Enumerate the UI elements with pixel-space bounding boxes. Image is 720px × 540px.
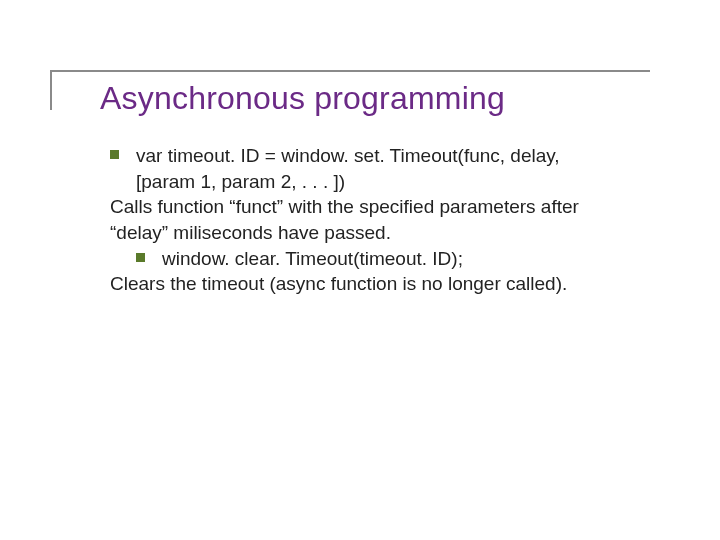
description-text: Calls function “funct” with the specifie… (110, 196, 579, 217)
bullet-text: window. clear. Timeout(timeout. ID); (162, 248, 463, 269)
title-area: Asynchronous programming (100, 80, 720, 117)
slide-body: var timeout. ID = window. set. Timeout(f… (110, 143, 650, 297)
description-1: Calls function “funct” with the specifie… (110, 194, 650, 220)
square-bullet-icon (110, 150, 119, 159)
bullet-text: [param 1, param 2, . . . ]) (136, 171, 345, 192)
description-2: Clears the timeout (async function is no… (110, 271, 650, 297)
slide: Asynchronous programming var timeout. ID… (0, 0, 720, 540)
title-rule (50, 70, 650, 72)
bullet-text: var timeout. ID = window. set. Timeout(f… (136, 145, 560, 166)
description-1-cont: “delay” miliseconds have passed. (110, 220, 650, 246)
slide-title: Asynchronous programming (100, 80, 720, 117)
bullet-item-1-cont: [param 1, param 2, . . . ]) (110, 169, 650, 195)
bullet-item-1: var timeout. ID = window. set. Timeout(f… (110, 143, 650, 169)
description-text: “delay” miliseconds have passed. (110, 222, 391, 243)
description-text: Clears the timeout (async function is no… (110, 273, 567, 294)
title-tick (50, 70, 52, 110)
bullet-item-2: window. clear. Timeout(timeout. ID); (110, 246, 650, 272)
square-bullet-icon (136, 253, 145, 262)
